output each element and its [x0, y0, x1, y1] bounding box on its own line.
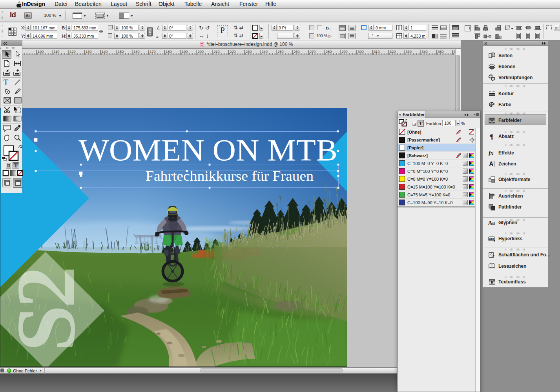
svg-text:130: 130 [86, 50, 91, 54]
svg-text:140: 140 [102, 50, 108, 54]
svg-text:S2: S2 [0, 269, 93, 352]
svg-text:310: 310 [374, 50, 379, 54]
svg-text:340: 340 [422, 50, 428, 54]
svg-text:A: A [489, 161, 494, 167]
svg-text:180: 180 [166, 50, 171, 54]
svg-text:110: 110 [54, 50, 59, 54]
svg-text:300: 300 [358, 50, 363, 54]
svg-text:fx: fx [489, 150, 494, 156]
svg-text:210: 210 [214, 50, 220, 54]
svg-text:320: 320 [390, 50, 396, 54]
svg-text:abc: abc [489, 237, 495, 241]
svg-text:160: 160 [134, 50, 140, 54]
svg-text:220: 220 [230, 50, 235, 54]
svg-text:190: 190 [182, 50, 188, 54]
svg-text:230: 230 [246, 50, 252, 54]
svg-text:280: 280 [326, 50, 332, 54]
svg-text:¶: ¶ [490, 133, 493, 140]
svg-text:260: 260 [294, 50, 299, 54]
svg-text:120: 120 [70, 50, 76, 54]
svg-text:250: 250 [278, 50, 284, 54]
svg-text:330: 330 [406, 50, 412, 54]
svg-text:100: 100 [38, 50, 44, 54]
svg-text:240: 240 [262, 50, 268, 54]
svg-text:WOMEN ON MTB: WOMEN ON MTB [78, 133, 337, 167]
svg-text:350: 350 [438, 50, 443, 54]
svg-text:170: 170 [150, 50, 155, 54]
svg-text:200: 200 [198, 50, 204, 54]
svg-text:290: 290 [342, 50, 348, 54]
svg-text:150: 150 [118, 50, 124, 54]
svg-text:270: 270 [310, 50, 316, 54]
svg-text:Aa: Aa [488, 220, 495, 226]
